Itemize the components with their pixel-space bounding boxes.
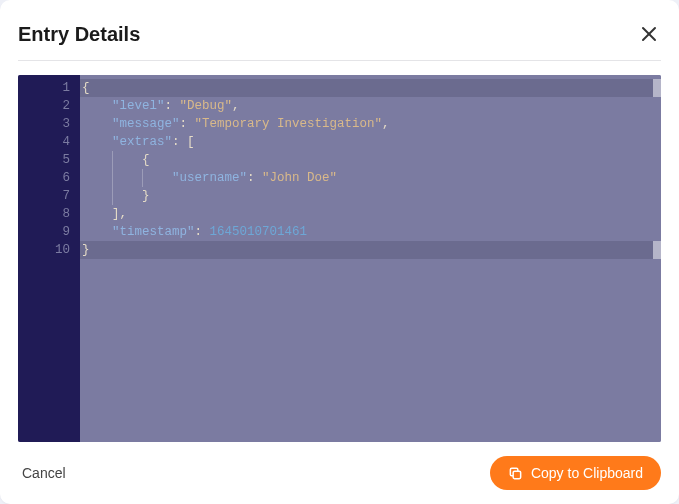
token-str: "Temporary Investigation" bbox=[195, 117, 383, 131]
line-number: 7 bbox=[18, 187, 80, 205]
code-line: } bbox=[80, 187, 661, 205]
fold-marker bbox=[653, 241, 661, 259]
code-line: } bbox=[80, 241, 661, 259]
modal-header: Entry Details bbox=[0, 0, 679, 60]
entry-details-modal: Entry Details 1 2 3 4 5 6 7 8 9 10 { "le… bbox=[0, 0, 679, 504]
token-key: "level" bbox=[112, 99, 165, 113]
code-line: { bbox=[80, 79, 661, 97]
line-number: 6 bbox=[18, 169, 80, 187]
token-brace: { bbox=[142, 153, 150, 167]
token-str: "Debug" bbox=[180, 99, 233, 113]
close-icon bbox=[640, 25, 658, 43]
code-line: "extras": [ bbox=[80, 133, 661, 151]
token-punc: : bbox=[172, 135, 180, 149]
token-punc: , bbox=[232, 99, 240, 113]
code-body: { "level": "Debug", "message": "Temporar… bbox=[80, 75, 661, 442]
token-punc: , bbox=[382, 117, 390, 131]
copy-icon bbox=[508, 466, 523, 481]
header-divider bbox=[18, 60, 661, 61]
modal-title: Entry Details bbox=[18, 23, 140, 46]
token-key: "username" bbox=[172, 171, 247, 185]
code-line: "message": "Temporary Investigation", bbox=[80, 115, 661, 133]
token-key: "message" bbox=[112, 117, 180, 131]
token-bracket: ] bbox=[112, 207, 120, 221]
token-bracket: [ bbox=[187, 135, 195, 149]
token-str: "John Doe" bbox=[262, 171, 337, 185]
line-number: 9 bbox=[18, 223, 80, 241]
copy-to-clipboard-button[interactable]: Copy to Clipboard bbox=[490, 456, 661, 490]
token-punc: : bbox=[247, 171, 255, 185]
token-brace: } bbox=[142, 189, 150, 203]
code-line: "timestamp": 1645010701461 bbox=[80, 223, 661, 241]
token-key: "extras" bbox=[112, 135, 172, 149]
modal-footer: Cancel Copy to Clipboard bbox=[0, 442, 679, 504]
copy-button-label: Copy to Clipboard bbox=[531, 465, 643, 481]
code-viewer[interactable]: 1 2 3 4 5 6 7 8 9 10 { "level": "Debug",… bbox=[18, 75, 661, 442]
token-num: 1645010701461 bbox=[210, 225, 308, 239]
code-line: "level": "Debug", bbox=[80, 97, 661, 115]
code-line: ], bbox=[80, 205, 661, 223]
line-number: 3 bbox=[18, 115, 80, 133]
line-number: 10 bbox=[18, 241, 80, 259]
line-number: 8 bbox=[18, 205, 80, 223]
line-number: 1 bbox=[18, 79, 80, 97]
line-gutter: 1 2 3 4 5 6 7 8 9 10 bbox=[18, 75, 80, 442]
fold-marker bbox=[653, 79, 661, 97]
svg-rect-2 bbox=[513, 471, 521, 479]
line-number: 2 bbox=[18, 97, 80, 115]
line-number: 4 bbox=[18, 133, 80, 151]
token-brace: { bbox=[82, 81, 90, 95]
token-punc: : bbox=[195, 225, 203, 239]
code-line: { bbox=[80, 151, 661, 169]
token-brace: } bbox=[82, 243, 90, 257]
token-punc: : bbox=[180, 117, 188, 131]
token-key: "timestamp" bbox=[112, 225, 195, 239]
close-button[interactable] bbox=[637, 22, 661, 46]
token-punc: , bbox=[120, 207, 128, 221]
cancel-button[interactable]: Cancel bbox=[18, 459, 70, 487]
token-punc: : bbox=[165, 99, 173, 113]
code-line: "username": "John Doe" bbox=[80, 169, 661, 187]
line-number: 5 bbox=[18, 151, 80, 169]
